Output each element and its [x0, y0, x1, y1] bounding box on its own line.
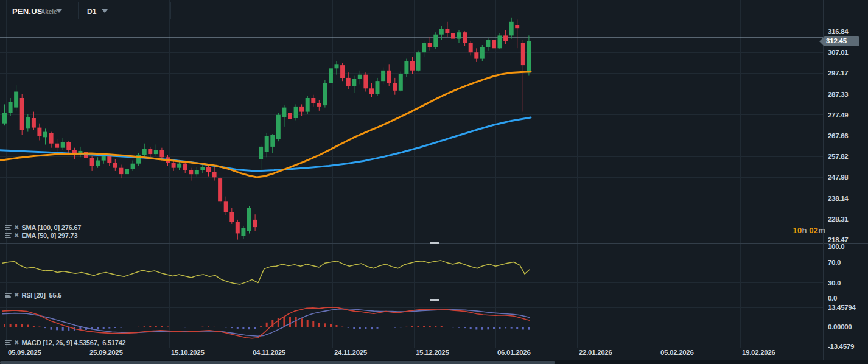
panel-separators [0, 0, 868, 360]
date-axis-label: 15.10.2025 [171, 349, 205, 356]
rsi-line[interactable] [2, 261, 530, 284]
sma-legend-row: ✖ SMA [100, 0] 276.67 [5, 224, 81, 231]
panel-resize-handle[interactable] [430, 242, 439, 244]
sma-remove-icon[interactable]: ✖ [14, 225, 19, 231]
countdown-minutes: 02 [809, 226, 818, 235]
rsi-settings-icon[interactable] [5, 292, 12, 298]
rsi-remove-icon[interactable]: ✖ [14, 292, 19, 298]
date-axis-label: 19.02.2026 [742, 349, 775, 356]
macd-settings-icon[interactable] [5, 340, 12, 346]
horizontal-scrollbar-track[interactable] [0, 360, 868, 364]
macd-histogram [4, 317, 530, 331]
rsi-axis-label: 70.0 [828, 259, 841, 266]
price-axis-label: 297.17 [828, 69, 848, 77]
date-axis-label: 25.09.2025 [89, 349, 123, 356]
price-axis-label: 257.82 [828, 153, 848, 160]
ema-legend-row: ✖ EMA [50, 0] 297.73 [5, 232, 77, 239]
sma-label: SMA [100, 0] 276.67 [21, 224, 81, 231]
price-axis-label: 228.31 [828, 215, 848, 223]
countdown-hours: 10 [793, 226, 802, 235]
sma-settings-icon[interactable] [5, 225, 12, 231]
price-axis-label: 316.84 [828, 28, 848, 35]
chart-header: PEN.US Akcie D1 [0, 0, 868, 21]
ema-remove-icon[interactable]: ✖ [14, 233, 19, 239]
price-tag-arrow [819, 37, 824, 46]
timeframe-dropdown-caret-icon[interactable] [102, 9, 108, 13]
price-axis-label: 277.49 [828, 111, 848, 119]
chart-canvas[interactable] [0, 0, 868, 364]
header-divider [170, 2, 171, 19]
ema-settings-icon[interactable] [5, 233, 12, 239]
rsi-legend-row: ✖ RSI [20] 55.5 [5, 292, 61, 299]
current-price-lines [0, 38, 823, 40]
rsi-label: RSI [20] 55.5 [21, 292, 61, 299]
macd-axis-label: -13.4579 [828, 343, 854, 350]
date-axis-label: 24.11.2025 [334, 349, 367, 356]
timeframe-selector[interactable]: D1 [87, 7, 96, 16]
date-axis-label: 06.01.2026 [497, 349, 531, 356]
date-axis-label: 04.11.2025 [253, 349, 285, 356]
price-axis-label: 287.33 [828, 91, 848, 98]
symbol-name[interactable]: PEN.US [12, 7, 43, 16]
rsi-axis-label: 100.0 [828, 243, 844, 250]
trading-chart-window: PEN.US Akcie D1 ✖ SMA [100, 0] 276.67 ✖ … [0, 0, 868, 364]
rsi-axis-label: 30.0 [828, 279, 841, 287]
date-axis-label: 15.12.2025 [416, 349, 449, 356]
symbol-dropdown-caret-icon[interactable] [56, 9, 62, 13]
rsi-axis-label: 0.0 [828, 295, 837, 302]
candle-countdown: 10h 02m [737, 226, 825, 235]
candlesticks [2, 18, 531, 240]
rsi-gridlines [0, 262, 823, 283]
price-axis-label: 307.01 [828, 49, 848, 56]
macd-axis-label: 13.45794 [828, 304, 856, 311]
vertical-gridlines [6, 0, 740, 348]
countdown-minutes-unit: m [818, 226, 825, 235]
instrument-type-label: Akcie [41, 9, 57, 15]
current-price-tag: 312.45 [819, 36, 859, 46]
macd-legend-row: ✖ MACD [12, 26, 9] 4.53567, 6.51742 [5, 339, 126, 346]
macd-label: MACD [12, 26, 9] 4.53567, 6.51742 [21, 339, 125, 346]
date-axis-label: 05.09.2025 [8, 349, 41, 356]
panel-resize-handle[interactable] [430, 299, 439, 301]
macd-axis-label: 0.00000 [828, 323, 852, 331]
price-tag-value: 312.45 [824, 36, 859, 46]
date-axis-label: 05.02.2026 [660, 349, 694, 356]
date-axis-label: 22.01.2026 [579, 349, 612, 356]
price-axis-label: 247.98 [828, 173, 848, 181]
price-axis-label: 238.14 [828, 195, 848, 202]
price-axis-label: 267.66 [828, 132, 848, 139]
ema50-line[interactable] [0, 72, 531, 177]
panel-resize-handles [430, 242, 439, 301]
macd-remove-icon[interactable]: ✖ [14, 340, 19, 346]
header-divider [78, 2, 79, 19]
ema-label: EMA [50, 0] 297.73 [21, 232, 77, 239]
horizontal-scrollbar-thumb[interactable] [0, 361, 555, 364]
countdown-hours-unit: h [802, 226, 807, 235]
